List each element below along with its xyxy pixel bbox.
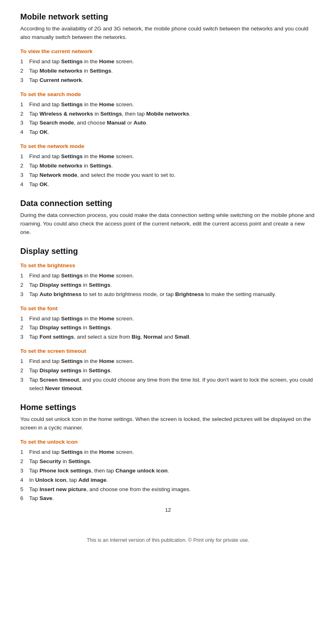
step-text: Find and tap Settings in the Home screen… <box>29 357 316 366</box>
step-number: 4 <box>20 476 29 485</box>
step-list-set-brightness: 1Find and tap Settings in the Home scree… <box>20 272 316 299</box>
page-footer: This is an Internet version of this publ… <box>20 537 316 543</box>
step-text: Find and tap Settings in the Home screen… <box>29 272 316 280</box>
step-text: Tap Auto brightness to set to auto brigh… <box>29 290 316 299</box>
step-number: 6 <box>20 494 29 503</box>
step-text: Find and tap Settings in the Home screen… <box>29 101 316 109</box>
subsection-title-set-unlock-icon: To set the unlock icon <box>20 439 316 445</box>
step-list-set-search-mode: 1Find and tap Settings in the Home scree… <box>20 101 316 137</box>
list-item: 5Tap Insert new picture, and choose one … <box>20 485 316 494</box>
step-number: 3 <box>20 76 29 85</box>
list-item: 3Tap Search mode, and choose Manual or A… <box>20 119 316 127</box>
section-title-mobile-network: Mobile network setting <box>20 12 316 21</box>
list-item: 1Find and tap Settings in the Home scree… <box>20 448 316 457</box>
list-item: 3Tap Phone lock settings, then tap Chang… <box>20 467 316 475</box>
subsection-title-set-brightness: To set the brightness <box>20 262 316 268</box>
step-number: 2 <box>20 281 29 290</box>
step-number: 2 <box>20 367 29 375</box>
page-content: Mobile network settingAccording to the a… <box>20 12 316 543</box>
step-number: 2 <box>20 324 29 332</box>
step-number: 2 <box>20 110 29 118</box>
step-number: 5 <box>20 485 29 494</box>
step-text: Tap Save. <box>29 494 316 503</box>
list-item: 2Tap Display settings in Settings. <box>20 324 316 332</box>
step-number: 1 <box>20 357 29 366</box>
section-title-display-setting: Display setting <box>20 247 316 256</box>
list-item: 2Tap Security in Settings. <box>20 457 316 466</box>
step-text: Tap Security in Settings. <box>29 457 316 466</box>
step-text: Find and tap Settings in the Home screen… <box>29 315 316 323</box>
list-item: 1Find and tap Settings in the Home scree… <box>20 357 316 366</box>
list-item: 1Find and tap Settings in the Home scree… <box>20 315 316 323</box>
step-text: Find and tap Settings in the Home screen… <box>29 58 316 66</box>
page-number: 12 <box>20 507 316 513</box>
step-number: 2 <box>20 162 29 170</box>
section-intro-data-connection: During the data connection process, you … <box>20 211 316 237</box>
step-number: 3 <box>20 467 29 475</box>
step-text: Tap Network mode, and select the mode yo… <box>29 171 316 180</box>
subsection-title-set-network-mode: To set the network mode <box>20 143 316 149</box>
step-list-view-current-network: 1Find and tap Settings in the Home scree… <box>20 58 316 85</box>
step-text: Tap Current network. <box>29 76 316 85</box>
step-number: 1 <box>20 101 29 109</box>
list-item: 3Tap Auto brightness to set to auto brig… <box>20 290 316 299</box>
step-text: Tap Display settings in Settings. <box>29 367 316 375</box>
step-text: Tap Wireless & networks in Settings, the… <box>29 110 316 118</box>
step-text: Tap Mobile networks in Settings. <box>29 67 316 75</box>
list-item: 1Find and tap Settings in the Home scree… <box>20 272 316 280</box>
section-title-data-connection: Data connection setting <box>20 199 316 208</box>
step-list-set-screen-timeout: 1Find and tap Settings in the Home scree… <box>20 357 316 393</box>
step-number: 4 <box>20 180 29 189</box>
step-number: 2 <box>20 67 29 75</box>
step-number: 1 <box>20 58 29 66</box>
step-number: 3 <box>20 376 29 384</box>
section-title-home-settings: Home settings <box>20 403 316 412</box>
list-item: 2Tap Mobile networks in Settings. <box>20 162 316 170</box>
step-number: 1 <box>20 315 29 323</box>
step-text: Tap OK. <box>29 128 316 137</box>
step-text: Tap Insert new picture, and choose one f… <box>29 485 316 494</box>
step-text: In Unlock icon, tap Add image. <box>29 476 316 485</box>
step-text: Tap OK. <box>29 180 316 189</box>
step-text: Find and tap Settings in the Home screen… <box>29 152 316 161</box>
step-number: 3 <box>20 333 29 341</box>
list-item: 1Find and tap Settings in the Home scree… <box>20 58 316 66</box>
subsection-title-set-screen-timeout: To set the screen timeout <box>20 348 316 354</box>
list-item: 1Find and tap Settings in the Home scree… <box>20 152 316 161</box>
step-number: 3 <box>20 119 29 127</box>
list-item: 4Tap OK. <box>20 180 316 189</box>
subsection-title-set-search-mode: To set the search mode <box>20 91 316 97</box>
subsection-title-view-current-network: To view the current network <box>20 48 316 54</box>
step-text: Tap Search mode, and choose Manual or Au… <box>29 119 316 127</box>
list-item: 3Tap Current network. <box>20 76 316 85</box>
list-item: 2Tap Mobile networks in Settings. <box>20 67 316 75</box>
step-text: Tap Phone lock settings, then tap Change… <box>29 467 316 475</box>
list-item: 2Tap Display settings in Settings. <box>20 367 316 375</box>
step-text: Tap Mobile networks in Settings. <box>29 162 316 170</box>
step-number: 1 <box>20 448 29 457</box>
step-text: Find and tap Settings in the Home screen… <box>29 448 316 457</box>
step-number: 2 <box>20 457 29 466</box>
step-number: 3 <box>20 290 29 299</box>
list-item: 2Tap Display settings in Settings. <box>20 281 316 290</box>
list-item: 4Tap OK. <box>20 128 316 137</box>
list-item: 3Tap Screen timeout, and you could choos… <box>20 376 316 393</box>
step-number: 1 <box>20 272 29 280</box>
step-list-set-network-mode: 1Find and tap Settings in the Home scree… <box>20 152 316 189</box>
step-number: 4 <box>20 128 29 137</box>
step-number: 3 <box>20 171 29 180</box>
section-intro-home-settings: You could set unlock icon in the home se… <box>20 415 316 432</box>
step-list-set-unlock-icon: 1Find and tap Settings in the Home scree… <box>20 448 316 503</box>
step-text: Tap Screen timeout, and you could choose… <box>29 376 316 393</box>
section-intro-mobile-network: According to the availability of 2G and … <box>20 25 316 42</box>
list-item: 2Tap Wireless & networks in Settings, th… <box>20 110 316 118</box>
step-text: Tap Display settings in Settings. <box>29 324 316 332</box>
subsection-title-set-font: To set the font <box>20 305 316 311</box>
list-item: 6Tap Save. <box>20 494 316 503</box>
step-text: Tap Font settings, and select a size fro… <box>29 333 316 341</box>
step-number: 1 <box>20 152 29 161</box>
list-item: 1Find and tap Settings in the Home scree… <box>20 101 316 109</box>
list-item: 4In Unlock icon, tap Add image. <box>20 476 316 485</box>
step-text: Tap Display settings in Settings. <box>29 281 316 290</box>
list-item: 3Tap Network mode, and select the mode y… <box>20 171 316 180</box>
